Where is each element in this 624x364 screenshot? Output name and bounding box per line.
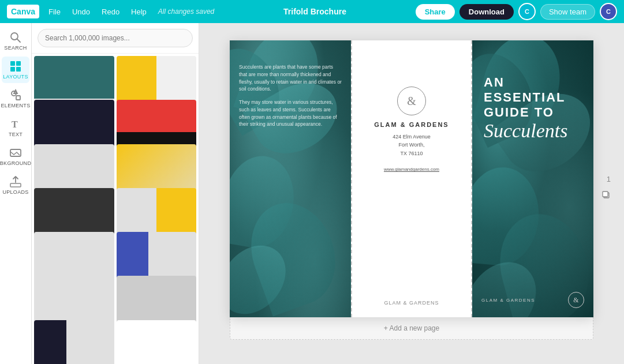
layouts-panel: FREE FREE FREE FREE FREE FR xyxy=(32,23,199,364)
svg-rect-2 xyxy=(10,61,15,66)
brochure-middle-panel: & GLAM & GARDENS 424 Elm Avenue Fort Wor… xyxy=(351,40,472,317)
canva-logo[interactable]: Canva xyxy=(7,5,39,18)
menu-redo[interactable]: Redo xyxy=(97,5,124,18)
right-circle-symbol: & xyxy=(568,292,584,308)
add-page-button[interactable]: + Add a new page xyxy=(230,317,593,340)
brochure-right-panel: AN ESSENTIAL GUIDE TO Succulents GLAM & … xyxy=(472,40,593,317)
sidebar-label-uploads: UPLOADS xyxy=(2,189,28,195)
sidebar-label-search: SEARCH xyxy=(4,45,27,51)
right-panel-bottom: GLAM & GARDENS & xyxy=(481,292,584,308)
search-icon xyxy=(9,31,22,44)
changes-saved: All changes saved xyxy=(158,7,214,16)
sidebar-label-background: BKGROUND xyxy=(0,160,31,166)
sidebar-item-search[interactable]: SEARCH xyxy=(2,28,29,54)
svg-text:T: T xyxy=(12,119,18,129)
svg-rect-5 xyxy=(16,67,21,72)
uploads-icon xyxy=(9,175,22,188)
svg-rect-13 xyxy=(603,192,608,197)
right-bottom-brand: GLAM & GARDENS xyxy=(481,298,535,303)
layout-thumb-13[interactable] xyxy=(34,320,114,364)
svg-line-1 xyxy=(17,39,21,43)
canvas-wrapper: Succulents are plants that have some par… xyxy=(230,40,593,340)
background-icon xyxy=(9,147,22,159)
menu-undo[interactable]: Undo xyxy=(68,5,95,18)
topbar-menu: File Undo Redo Help xyxy=(44,5,151,18)
svg-rect-3 xyxy=(16,61,21,66)
brochure-left-panel: Succulents are plants that have some par… xyxy=(230,40,351,317)
show-team-button[interactable]: Show team xyxy=(540,4,595,20)
website-url: www.glamandgardens.com xyxy=(352,167,471,172)
address: 424 Elm Avenue Fort Worth, TX 76110 xyxy=(352,133,471,157)
panel-search xyxy=(32,23,199,54)
canvas-area: Succulents are plants that have some par… xyxy=(199,23,624,364)
svg-rect-7 xyxy=(16,96,20,100)
search-input[interactable] xyxy=(38,29,193,47)
icon-sidebar: SEARCH LAYOUTS ELEMENTS xyxy=(0,23,32,364)
brand-name: GLAM & GARDENS xyxy=(352,121,471,128)
text-icon: T xyxy=(9,118,22,130)
elements-icon xyxy=(9,89,22,102)
bottom-brand: GLAM & GARDENS xyxy=(352,300,471,306)
sidebar-label-text: TEXT xyxy=(9,132,23,137)
right-panel-title: AN ESSENTIAL GUIDE TO Succulents xyxy=(484,75,567,141)
sidebar-item-layouts[interactable]: LAYOUTS xyxy=(2,57,29,83)
layouts-grid: FREE FREE FREE FREE FREE FR xyxy=(32,54,199,364)
sidebar-item-uploads[interactable]: UPLOADS xyxy=(2,172,29,198)
brochure-left-body: Succulents are plants that have some par… xyxy=(239,63,342,128)
topbar: Canva File Undo Redo Help All changes sa… xyxy=(0,0,624,23)
page-number: 1 xyxy=(607,175,611,183)
svg-rect-4 xyxy=(10,67,15,72)
avatar-group: C xyxy=(518,3,536,20)
layout-thumb-14[interactable]: FREE xyxy=(117,320,197,364)
menu-help[interactable]: Help xyxy=(126,5,151,18)
sidebar-item-background[interactable]: BKGROUND xyxy=(2,143,29,170)
main-layout: SEARCH LAYOUTS ELEMENTS xyxy=(0,23,624,364)
menu-file[interactable]: File xyxy=(44,5,65,18)
sidebar-label-elements: ELEMENTS xyxy=(1,103,31,108)
copy-icon[interactable] xyxy=(601,190,611,200)
topbar-right: Share Download C Show team C xyxy=(416,3,617,20)
brochure-wrapper: Succulents are plants that have some par… xyxy=(230,40,593,317)
download-button[interactable]: Download xyxy=(459,4,514,20)
share-button[interactable]: Share xyxy=(416,4,455,20)
layouts-icon xyxy=(9,60,22,73)
document-title[interactable]: Trifold Brochure xyxy=(283,7,346,16)
ampersand-symbol: & xyxy=(397,87,426,115)
brochure-container[interactable]: Succulents are plants that have some par… xyxy=(230,40,593,317)
svg-rect-11 xyxy=(10,183,21,187)
sidebar-item-text[interactable]: T TEXT xyxy=(2,114,29,141)
avatar: C xyxy=(518,3,536,20)
user-avatar[interactable]: C xyxy=(600,3,617,20)
sidebar-item-elements[interactable]: ELEMENTS xyxy=(2,85,29,112)
topbar-center: Trifold Brochure xyxy=(219,7,410,16)
sidebar-label-layouts: LAYOUTS xyxy=(3,74,28,80)
